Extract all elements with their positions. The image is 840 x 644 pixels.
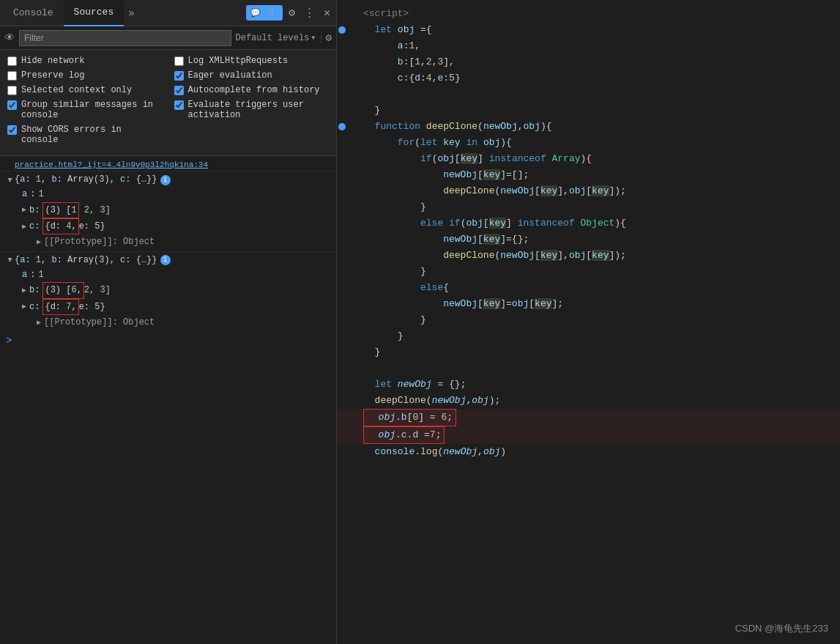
console-source-link[interactable]: practice.html?_ijt=4…4ln9v0p3l2hqk1na:34 bbox=[0, 159, 336, 171]
code-line bbox=[337, 360, 840, 377]
prop-b-2[interactable]: ▶ b: (3) [6, 2, 3] bbox=[22, 282, 330, 298]
tab-sources-label: Sources bbox=[74, 7, 114, 18]
code-text: } bbox=[363, 328, 404, 344]
right-panel: <script> let obj ={ a:1, b:[1,2,3], c:{d… bbox=[337, 0, 840, 644]
autocomplete-checkbox[interactable]: Autocomplete from history bbox=[174, 85, 330, 95]
eager-eval-checkbox[interactable]: Eager evaluation bbox=[174, 70, 330, 81]
watermark: CSDN @海龟先生233 bbox=[735, 622, 828, 635]
code-line: <script> bbox=[337, 6, 840, 22]
chat-badge[interactable]: 💬 1 bbox=[246, 5, 283, 21]
prop-proto-2[interactable]: ▶ [[Prototype]]: Object bbox=[22, 315, 330, 330]
console-gear-icon[interactable]: ⚙ bbox=[326, 32, 332, 44]
code-line bbox=[337, 86, 840, 103]
tab-sources[interactable]: Sources bbox=[64, 0, 124, 26]
expand-proto-2[interactable]: ▶ bbox=[37, 317, 41, 329]
obj2-summary[interactable]: ▶ {a: 1, b: Array(3), c: {…}} i bbox=[7, 253, 330, 267]
code-line-highlight-2: obj.c.d =7; bbox=[337, 426, 840, 444]
code-line-highlight-1: obj.b[0] = 6; bbox=[337, 409, 840, 426]
obj1-summary[interactable]: ▶ {a: 1, b: Array(3), c: {…}} i bbox=[7, 173, 330, 187]
filter-input[interactable] bbox=[19, 30, 231, 46]
code-text: obj.b[0] = 6; bbox=[363, 409, 456, 426]
code-text: let newObj = {}; bbox=[363, 377, 466, 393]
prop-proto-1[interactable]: ▶ [[Prototype]]: Object bbox=[22, 234, 330, 249]
prop-b-1[interactable]: ▶ b: (3) [1 2, 3] bbox=[22, 202, 330, 218]
info-icon-2[interactable]: i bbox=[160, 255, 171, 265]
log-xhr-checkbox[interactable]: Log XMLHttpRequests bbox=[174, 56, 330, 66]
code-line: for(let key in obj){ bbox=[337, 135, 840, 151]
code-text: newObj[key]=obj[key]; bbox=[363, 296, 563, 312]
expand-c-2[interactable]: ▶ bbox=[22, 300, 26, 313]
filter-bar: 👁 Default levels ▾ ⚙ bbox=[0, 26, 336, 50]
prop-c-2[interactable]: ▶ c: {d: 7, e: 5} bbox=[22, 299, 330, 315]
expand-b-1[interactable]: ▶ bbox=[22, 204, 26, 216]
code-text: } bbox=[363, 199, 426, 215]
code-line: newObj[key]={}; bbox=[337, 232, 840, 248]
expand-triangle-1[interactable]: ▶ bbox=[4, 178, 15, 182]
code-line: function deepClone(newObj,obj){ bbox=[337, 119, 840, 135]
obj1-props: a: 1 ▶ b: (3) [1 2, 3] ▶ c: {d: 4, e: 5} bbox=[7, 187, 330, 250]
code-line: } bbox=[337, 312, 840, 328]
code-text: } bbox=[363, 312, 426, 328]
cors-errors-checkbox[interactable]: Show CORS errors in console bbox=[7, 125, 163, 145]
selected-context-checkbox[interactable]: Selected context only bbox=[7, 85, 163, 95]
code-text bbox=[363, 360, 369, 377]
code-text: c:{d:4,e:5} bbox=[363, 70, 461, 86]
code-text: else if(obj[key] instanceof Object){ bbox=[363, 215, 626, 232]
expand-c-1[interactable]: ▶ bbox=[22, 221, 26, 233]
code-area[interactable]: <script> let obj ={ a:1, b:[1,2,3], c:{d… bbox=[337, 0, 840, 644]
obj1-text: {a: 1, b: Array(3), c: {…}} bbox=[15, 173, 157, 187]
chevron-down-icon: ▾ bbox=[311, 32, 316, 43]
info-icon-1[interactable]: i bbox=[160, 175, 171, 185]
tab-bar: Console Sources » 💬 1 ⚙ ⋮ ✕ bbox=[0, 0, 336, 26]
eye-icon[interactable]: 👁 bbox=[4, 32, 15, 44]
code-text: deepClone(newObj[key],obj[key]); bbox=[363, 248, 626, 264]
code-text bbox=[363, 86, 369, 103]
tab-console-label: Console bbox=[13, 7, 53, 18]
hide-network-checkbox[interactable]: Hide network bbox=[7, 56, 163, 66]
code-text: <script> bbox=[363, 6, 409, 22]
code-line: deepClone(newObj,obj); bbox=[337, 393, 840, 409]
code-line: a:1, bbox=[337, 38, 840, 54]
code-line: let obj ={ bbox=[337, 22, 840, 38]
default-levels-dropdown[interactable]: Default levels ▾ bbox=[236, 32, 316, 43]
code-line: } bbox=[337, 328, 840, 344]
expand-b-2[interactable]: ▶ bbox=[22, 284, 26, 297]
left-panel: Console Sources » 💬 1 ⚙ ⋮ ✕ 👁 Default le… bbox=[0, 0, 337, 644]
code-line: } bbox=[337, 264, 840, 280]
code-line: else if(obj[key] instanceof Object){ bbox=[337, 215, 840, 232]
more-options-icon[interactable]: ⋮ bbox=[301, 3, 318, 23]
close-icon[interactable]: ✕ bbox=[321, 3, 333, 23]
obj2-props: a: 1 ▶ b: (3) [6, 2, 3] ▶ c: {d: 7, e: 5… bbox=[7, 267, 330, 330]
prop-a-2: a: 1 bbox=[22, 267, 330, 282]
expand-triangle-2[interactable]: ▶ bbox=[4, 258, 15, 262]
prop-a-1: a: 1 bbox=[22, 187, 330, 201]
group-similar-checkbox[interactable]: Group similar messages in console bbox=[7, 100, 163, 120]
eval-triggers-checkbox[interactable]: Evaluate triggers user activation bbox=[174, 100, 330, 120]
console-prompt[interactable]: > bbox=[0, 332, 336, 349]
code-line: newObj[key]=[]; bbox=[337, 167, 840, 183]
code-text: obj.c.d =7; bbox=[363, 426, 445, 444]
code-line: deepClone(newObj[key],obj[key]); bbox=[337, 248, 840, 264]
code-text: } bbox=[363, 264, 426, 280]
code-line: let newObj = {}; bbox=[337, 377, 840, 393]
obj2-text: {a: 1, b: Array(3), c: {…}} bbox=[15, 253, 157, 267]
code-text: a:1, bbox=[363, 38, 420, 54]
expand-proto-1[interactable]: ▶ bbox=[37, 236, 41, 248]
more-tabs-icon[interactable]: » bbox=[124, 7, 138, 19]
code-line: else{ bbox=[337, 280, 840, 296]
code-text: deepClone(newObj[key],obj[key]); bbox=[363, 183, 626, 199]
code-text: deepClone(newObj,obj); bbox=[363, 393, 500, 409]
preserve-log-checkbox[interactable]: Preserve log bbox=[7, 70, 163, 81]
code-line: if(obj[key] instanceof Array){ bbox=[337, 151, 840, 167]
code-text: newObj[key]={}; bbox=[363, 232, 529, 248]
tab-console[interactable]: Console bbox=[3, 0, 64, 26]
code-text: for(let key in obj){ bbox=[363, 135, 512, 151]
settings-icon[interactable]: ⚙ bbox=[286, 3, 298, 23]
code-text: b:[1,2,3], bbox=[363, 54, 455, 70]
prop-c-1[interactable]: ▶ c: {d: 4, e: 5} bbox=[22, 218, 330, 234]
code-text: else{ bbox=[363, 280, 449, 296]
code-line: c:{d:4,e:5} bbox=[337, 70, 840, 86]
code-text: let obj ={ bbox=[363, 22, 432, 38]
tab-bar-icons: 💬 1 ⚙ ⋮ ✕ bbox=[246, 3, 333, 23]
settings-col-right: Log XMLHttpRequests Eager evaluation Aut… bbox=[174, 56, 330, 145]
